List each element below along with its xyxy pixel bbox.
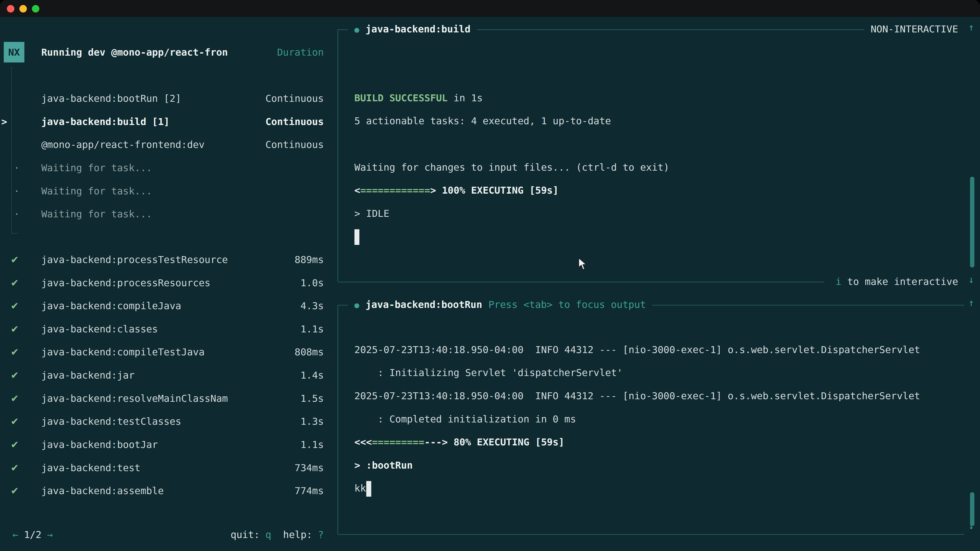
pane-bootrun-scrollbar[interactable] (970, 492, 974, 526)
task-duration: 1.4s (301, 370, 324, 381)
task-row[interactable]: java-backend:bootRun [2]Continuous (0, 87, 324, 110)
task-row[interactable]: ✔java-backend:compileJava4.3s (0, 294, 324, 318)
pane-bootrun-header: ● java-backend:bootRun Press <tab> to fo… (338, 297, 964, 313)
task-status-bullet-icon: ● (355, 300, 360, 310)
scroll-down-icon[interactable]: ↓ (965, 274, 977, 286)
task-status: Continuous (266, 93, 324, 104)
completed-task-list: ✔java-backend:processTestResource889ms✔j… (0, 248, 324, 502)
task-row[interactable]: ✔java-backend:testClasses1.3s (0, 410, 324, 433)
text-segment: 2025-07-23T13:40:18.950-04:00 INFO 44312… (355, 344, 920, 355)
text-segment: Waiting for changes to input files... (c… (355, 162, 670, 173)
task-label: java-backend:bootRun [2] (41, 93, 266, 104)
task-row[interactable]: ✔java-backend:processTestResource889ms (0, 248, 324, 271)
text-segment: > (430, 185, 436, 196)
pane-build-header: ● java-backend:build NON-INTERACTIVE (338, 22, 964, 37)
check-icon: ✔ (11, 370, 19, 381)
text-cursor (366, 481, 371, 497)
terminal-window: NX Running dev @mono-app/react-fron Dura… (0, 0, 980, 551)
minimize-button[interactable] (19, 5, 27, 12)
pane-build-footer: i to make interactive (338, 274, 964, 289)
task-label: java-backend:build [1] (41, 116, 266, 127)
text-segment: ---> (425, 437, 448, 448)
terminal-line: kk (355, 477, 962, 500)
task-row[interactable]: ✔java-backend:processResources1.0s (0, 271, 324, 294)
task-label: java-backend:resolveMainClassNam (41, 392, 301, 404)
task-row[interactable]: ✔java-backend:resolveMainClassNam1.5s (0, 387, 324, 410)
text-segment: > IDLE (355, 208, 390, 219)
check-icon: ✔ (11, 462, 19, 473)
pane-build-scrollbar[interactable] (970, 177, 974, 267)
sidebar-footer: ← 1/2 → quit: q help: ? (0, 523, 324, 546)
mouse-cursor (578, 257, 587, 270)
duration-column-header: Duration (277, 46, 324, 58)
prev-page-icon[interactable]: ← (13, 529, 18, 540)
pane-java-backend-bootrun[interactable]: ● java-backend:bootRun Press <tab> to fo… (337, 305, 964, 534)
text-segment: BUILD SUCCESSFUL (355, 92, 448, 103)
check-icon: ✔ (11, 392, 19, 404)
task-label: Waiting for task... (41, 185, 324, 197)
quit-key: q (266, 529, 271, 540)
scroll-up-icon[interactable]: ↑ (965, 297, 977, 309)
task-row[interactable]: ·Waiting for task... (0, 179, 324, 203)
task-row[interactable]: >java-backend:build [1]Continuous (0, 110, 324, 133)
text-segment: 5 actionable tasks: 4 executed, 1 up-to-… (355, 116, 611, 127)
task-duration: 1.3s (301, 416, 324, 427)
interactive-hint: i to make interactive (835, 276, 958, 287)
terminal-line: 5 actionable tasks: 4 executed, 1 up-to-… (355, 110, 962, 133)
task-row[interactable]: ·Waiting for task... (0, 202, 324, 225)
non-interactive-badge: NON-INTERACTIVE (870, 24, 958, 35)
task-label: Waiting for task... (41, 162, 324, 173)
task-row[interactable]: ✔java-backend:assemble774ms (0, 479, 324, 502)
text-segment: 2025-07-23T13:40:18.950-04:00 INFO 44312… (355, 391, 920, 402)
task-row[interactable]: @mono-app/react-frontend:devContinuous (0, 133, 324, 156)
close-button[interactable] (7, 5, 14, 12)
task-label: java-backend:classes (41, 323, 301, 334)
next-page-icon[interactable]: → (47, 529, 53, 540)
zoom-button[interactable] (32, 5, 39, 12)
task-row[interactable]: ✔java-backend:compileTestJava808ms (0, 341, 324, 364)
task-sidebar: NX Running dev @mono-app/react-fron Dura… (0, 17, 331, 551)
help-label: help: (283, 529, 312, 540)
task-row[interactable]: ✔java-backend:test734ms (0, 456, 324, 479)
task-row[interactable]: ·Waiting for task... (0, 156, 324, 179)
waiting-dot-icon: · (14, 208, 20, 220)
footer-hint-segment: to make interactive (842, 276, 958, 287)
task-duration: 774ms (294, 485, 324, 496)
terminal-line: > :bootRun (355, 454, 962, 477)
task-status-bullet-icon: ● (355, 25, 360, 34)
task-duration: 889ms (294, 254, 324, 265)
task-status: Continuous (266, 116, 324, 127)
text-segment: in 1s (448, 92, 483, 103)
task-row[interactable]: ✔java-backend:classes1.1s (0, 318, 324, 341)
task-label: java-backend:testClasses (41, 416, 301, 427)
check-icon: ✔ (11, 300, 19, 311)
text-segment: 100% EXECUTING [59s] (436, 185, 558, 196)
selection-caret-icon: > (1, 116, 7, 127)
run-command-title: Running dev @mono-app/react-fron (41, 46, 277, 58)
task-duration: 1.1s (301, 439, 324, 450)
text-segment: ============ (360, 185, 430, 196)
scroll-up-icon[interactable]: ↑ (965, 22, 977, 33)
terminal-line: BUILD SUCCESSFUL in 1s (355, 87, 962, 110)
text-segment: : Completed initialization in 0 ms (355, 413, 576, 425)
task-label: java-backend:assemble (41, 485, 295, 496)
pane-java-backend-build[interactable]: ● java-backend:build NON-INTERACTIVE BUI… (337, 29, 964, 282)
task-status: Continuous (266, 139, 324, 150)
terminal-line: 2025-07-23T13:40:18.950-04:00 INFO 44312… (355, 338, 962, 362)
terminal-line: > IDLE (355, 202, 962, 225)
window-titlebar (0, 0, 980, 17)
task-label: Waiting for task... (41, 208, 324, 220)
terminal-line: 2025-07-23T13:40:18.950-04:00 INFO 44312… (355, 385, 962, 408)
pane-build-title: java-backend:build (366, 24, 470, 35)
waiting-dot-icon: · (14, 185, 20, 197)
terminal-line (355, 133, 962, 156)
task-label: java-backend:bootJar (41, 439, 301, 450)
pane-bootrun-footer (338, 527, 964, 541)
terminal-line: : Initializing Servlet 'dispatcherServle… (355, 362, 962, 385)
task-row[interactable]: ✔java-backend:bootJar1.1s (0, 433, 324, 456)
text-segment: < (355, 185, 360, 196)
task-row[interactable]: ✔java-backend:jar1.4s (0, 364, 324, 387)
text-segment: ========= (372, 437, 425, 448)
terminal-line: Waiting for changes to input files... (c… (355, 156, 962, 179)
running-task-list: java-backend:bootRun [2]Continuous>java-… (0, 87, 324, 225)
